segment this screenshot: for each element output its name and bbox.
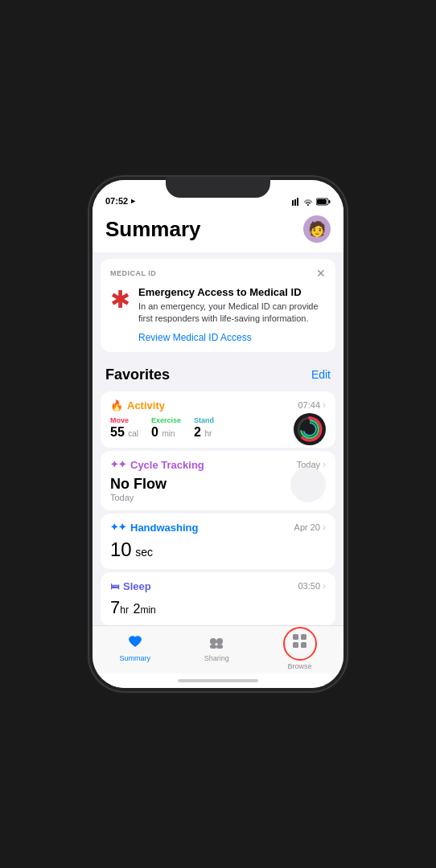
grid-icon (293, 634, 307, 653)
heart-icon (127, 634, 143, 653)
svg-rect-14 (210, 645, 216, 649)
tab-sharing[interactable]: Sharing (195, 631, 239, 665)
exercise-metric: Exercise 0 min (151, 416, 181, 440)
browse-tab-label: Browse (288, 662, 312, 670)
home-bar (178, 679, 258, 682)
svg-point-11 (308, 416, 311, 420)
handwash-date: Apr 20 › (294, 522, 326, 533)
chevron-right-icon: › (323, 580, 326, 592)
svg-rect-18 (293, 642, 298, 648)
close-button[interactable]: ✕ (316, 267, 326, 280)
handwashing-card[interactable]: ✦✦ Handwashing Apr 20 › 10 sec (101, 514, 335, 569)
cycle-icon: ✦✦ (110, 459, 126, 470)
chevron-right-icon: › (323, 522, 326, 533)
favorites-title: Favorites (105, 366, 170, 383)
medical-card-header: MEDICAL ID ✕ (110, 267, 326, 280)
activity-card[interactable]: 🔥 Activity 07:44 › Move 55 cal (101, 391, 335, 448)
sharing-tab-label: Sharing (204, 654, 229, 662)
browse-ring (283, 627, 317, 661)
status-icons (292, 198, 331, 206)
handwash-value: 10 sec (110, 538, 326, 561)
edit-favorites-button[interactable]: Edit (311, 368, 331, 381)
svg-point-3 (307, 204, 309, 206)
stand-metric: Stand 2 hr (194, 416, 214, 440)
summary-tab-label: Summary (119, 654, 150, 662)
asterisk-icon: ✱ (110, 288, 130, 312)
medical-text: Emergency Access to Medical ID In an eme… (138, 286, 326, 344)
sleep-title: 🛏 Sleep (110, 580, 151, 592)
svg-rect-5 (317, 199, 327, 204)
svg-point-13 (216, 638, 223, 645)
screen-content: Summary 🧑 MEDICAL ID ✕ ✱ Emergency Acces… (93, 209, 343, 625)
chevron-right-icon: › (323, 399, 326, 411)
sleep-card[interactable]: 🛏 Sleep 03:50 › 7hr 2min (101, 572, 335, 625)
app-header: Summary 🧑 (93, 209, 343, 252)
svg-rect-0 (292, 200, 294, 206)
activity-title: 🔥 Activity (110, 399, 165, 411)
status-time: 07:52 ► (105, 196, 137, 206)
svg-rect-2 (297, 198, 298, 206)
medical-id-card: MEDICAL ID ✕ ✱ Emergency Access to Medic… (101, 259, 335, 352)
svg-rect-16 (293, 634, 298, 640)
cycle-thumbnail (290, 467, 326, 502)
svg-rect-6 (329, 200, 331, 203)
cycle-tracking-card[interactable]: ✦✦ Cycle Tracking Today › No Flow Today (101, 451, 335, 510)
medical-body: ✱ Emergency Access to Medical ID In an e… (110, 286, 326, 344)
medical-id-label: MEDICAL ID (110, 269, 156, 277)
medical-id-description: In an emergency, your Medical ID can pro… (138, 301, 326, 326)
tab-bar: Summary Sharing (93, 625, 343, 674)
home-indicator (93, 674, 343, 688)
svg-rect-1 (294, 199, 296, 206)
handwash-title: ✦✦ Handwashing (110, 522, 199, 534)
handwash-icon: ✦✦ (110, 522, 126, 533)
sleep-time: 03:50 › (298, 580, 326, 592)
activity-ring (294, 413, 326, 445)
sleep-icon: 🛏 (110, 581, 119, 591)
medical-id-title: Emergency Access to Medical ID (138, 286, 326, 298)
activity-metrics: Move 55 cal Exercise 0 min Stand 2 hr (110, 416, 326, 440)
cycle-tracking-header: ✦✦ Cycle Tracking Today › (110, 459, 326, 471)
svg-rect-19 (301, 642, 306, 648)
sleep-header: 🛏 Sleep 03:50 › (110, 580, 326, 592)
location-icon: ► (130, 197, 137, 205)
activity-time: 07:44 › (298, 399, 326, 411)
favorites-header: Favorites Edit (93, 358, 343, 388)
avatar[interactable]: 🧑 (303, 215, 331, 243)
tab-browse[interactable]: Browse (274, 624, 327, 674)
review-medical-id-link[interactable]: Review Medical ID Access (138, 332, 252, 343)
svg-rect-17 (301, 634, 306, 640)
chevron-right-icon: › (323, 459, 326, 470)
sharing-icon (208, 634, 225, 653)
cycle-title: ✦✦ Cycle Tracking (110, 459, 204, 471)
handwashing-header: ✦✦ Handwashing Apr 20 › (110, 522, 326, 534)
tab-summary[interactable]: Summary (109, 631, 160, 665)
page-title: Summary (105, 217, 201, 242)
sleep-value: 7hr 2min (110, 597, 326, 618)
activity-card-header: 🔥 Activity 07:44 › (110, 399, 326, 411)
svg-point-12 (210, 638, 216, 645)
svg-rect-15 (216, 645, 223, 649)
flame-icon: 🔥 (110, 399, 123, 411)
move-metric: Move 55 cal (110, 416, 138, 440)
svg-point-9 (303, 423, 316, 436)
